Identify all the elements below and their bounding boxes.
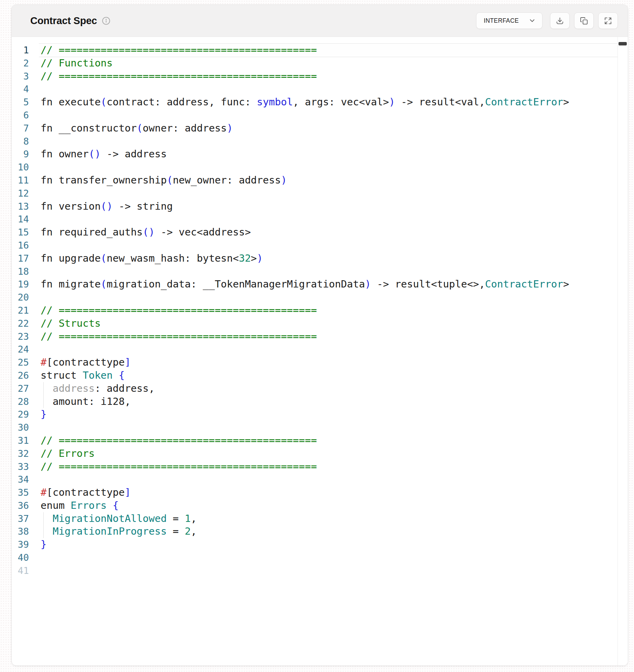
code-line: 8 [12, 135, 617, 148]
code-line: 6 [12, 109, 617, 122]
code-line: 9fn owner() -> address [12, 148, 617, 161]
line-number: 14 [12, 213, 29, 226]
code-line: 23// ===================================… [12, 330, 617, 343]
line-number: 18 [12, 265, 29, 278]
expand-icon [604, 17, 612, 25]
code-line: 19fn migrate(migration_data: __TokenMana… [12, 278, 617, 291]
code-editor[interactable]: 1// ====================================… [12, 37, 617, 665]
line-number: 24 [12, 343, 29, 356]
code-line-content: fn migrate(migration_data: __TokenManage… [41, 278, 617, 291]
line-number: 25 [12, 356, 29, 369]
code-line-content: fn upgrade(new_wasm_hash: bytesn<32>) [41, 252, 617, 265]
line-number: 26 [12, 369, 29, 382]
copy-icon [580, 17, 588, 25]
line-number: 6 [12, 109, 29, 122]
code-line: 27 address: address, [12, 382, 617, 395]
line-number: 31 [12, 434, 29, 447]
code-line: 12 [12, 187, 617, 200]
code-line: 24 [12, 343, 617, 356]
code-line: 32// Errors [12, 447, 617, 460]
line-number: 10 [12, 161, 29, 174]
line-number: 39 [12, 538, 29, 551]
page-title: Contract Spec [30, 15, 97, 27]
line-number: 20 [12, 291, 29, 304]
indent-guide [43, 395, 44, 408]
code-line-content: amount: i128, [41, 395, 617, 408]
copy-button[interactable] [574, 12, 594, 29]
code-line: 7fn __constructor(owner: address) [12, 122, 617, 135]
line-number: 23 [12, 330, 29, 343]
line-number: 4 [12, 83, 29, 96]
code-line-content: // =====================================… [41, 460, 617, 473]
line-number: 13 [12, 200, 29, 213]
download-button[interactable] [550, 12, 570, 29]
indent-guide [43, 382, 44, 395]
code-line: 10 [12, 161, 617, 174]
code-line: 20 [12, 291, 617, 304]
line-number: 1 [12, 44, 29, 57]
code-line-content: // =====================================… [41, 70, 617, 83]
code-line: 40 [12, 551, 617, 564]
code-line: 37 MigrationNotAllowed = 1, [12, 512, 617, 525]
code-line: 31// ===================================… [12, 434, 617, 447]
code-line: 2// Functions [12, 57, 617, 70]
code-line: 15fn required_auths() -> vec<address> [12, 226, 617, 239]
code-line-content: enum Errors { [41, 499, 617, 512]
code-line-content: fn required_auths() -> vec<address> [41, 226, 617, 239]
code-line: 22// Structs [12, 317, 617, 330]
code-line: 1// ====================================… [12, 44, 617, 57]
line-number: 15 [12, 226, 29, 239]
code-line-content: fn version() -> string [41, 200, 617, 213]
scrollbar-thumb[interactable] [619, 42, 627, 45]
code-line: 18 [12, 265, 617, 278]
line-number: 36 [12, 499, 29, 512]
line-number: 33 [12, 460, 29, 473]
line-number: 22 [12, 317, 29, 330]
code-line: 36enum Errors { [12, 499, 617, 512]
line-number: 40 [12, 551, 29, 564]
code-line: 38 MigrationInProgress = 2, [12, 525, 617, 538]
chevron-down-icon [528, 17, 536, 24]
code-line: 30 [12, 421, 617, 434]
code-line-content: fn transfer_ownership(new_owner: address… [41, 174, 617, 187]
info-icon[interactable] [102, 17, 110, 25]
code-panel: 1// ====================================… [12, 37, 628, 665]
code-line-content: } [41, 538, 617, 551]
indent-guide [43, 525, 44, 538]
code-line-content: fn owner() -> address [41, 148, 617, 161]
line-number: 27 [12, 382, 29, 395]
code-line-content: // Errors [41, 447, 617, 460]
line-number: 30 [12, 421, 29, 434]
code-line: 25#[contracttype] [12, 356, 617, 369]
code-line: 41 [12, 564, 617, 577]
code-line-content: address: address, [41, 382, 617, 395]
line-number: 2 [12, 57, 29, 70]
download-icon [556, 17, 564, 25]
code-line-content: // =====================================… [41, 304, 617, 317]
code-line-content: fn execute(contract: address, func: symb… [41, 96, 617, 109]
line-number: 12 [12, 187, 29, 200]
line-number: 38 [12, 525, 29, 538]
line-number: 7 [12, 122, 29, 135]
expand-button[interactable] [598, 12, 618, 29]
code-line-content: fn __constructor(owner: address) [41, 122, 617, 135]
interface-dropdown[interactable]: INTERFACE [476, 12, 542, 29]
panel-header-left: Contract Spec [30, 15, 110, 27]
panel-header-actions: INTERFACE [476, 12, 618, 29]
vertical-scrollbar[interactable] [617, 37, 628, 665]
code-line: 13fn version() -> string [12, 200, 617, 213]
line-number: 34 [12, 473, 29, 486]
code-line-content: MigrationNotAllowed = 1, [41, 512, 617, 525]
line-number: 29 [12, 408, 29, 421]
code-line: 16 [12, 239, 617, 252]
code-line: 33// ===================================… [12, 460, 617, 473]
code-line-content: // Structs [41, 317, 617, 330]
line-number: 21 [12, 304, 29, 317]
code-line: 11fn transfer_ownership(new_owner: addre… [12, 174, 617, 187]
line-number: 3 [12, 70, 29, 83]
line-number: 19 [12, 278, 29, 291]
code-line-content: #[contracttype] [41, 356, 617, 369]
code-line: 28 amount: i128, [12, 395, 617, 408]
line-number: 17 [12, 252, 29, 265]
code-line-content: // =====================================… [41, 330, 617, 343]
